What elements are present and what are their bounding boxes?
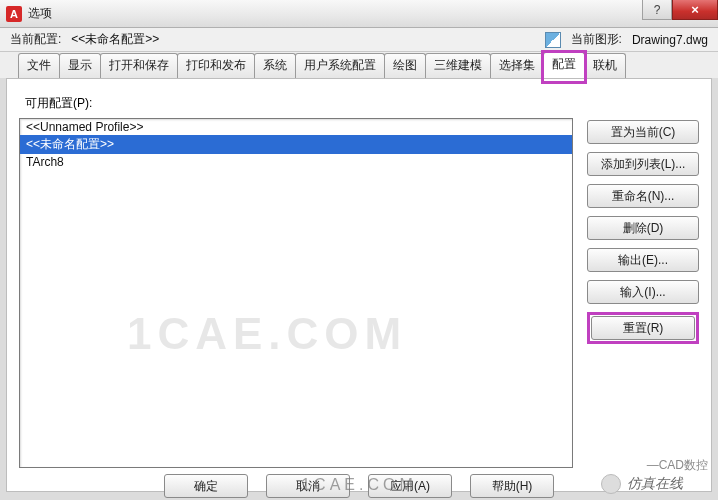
current-profile-value: <<未命名配置>> xyxy=(71,31,159,48)
tab-3dmodel[interactable]: 三维建模 xyxy=(425,53,491,78)
tab-system[interactable]: 系统 xyxy=(254,53,296,78)
current-profile-label: 当前配置: xyxy=(10,31,61,48)
tab-usersys[interactable]: 用户系统配置 xyxy=(295,53,385,78)
current-drawing-value: Drawing7.dwg xyxy=(632,33,708,47)
app-icon: A xyxy=(6,6,22,22)
set-current-button[interactable]: 置为当前(C) xyxy=(587,120,699,144)
window-controls: ? × xyxy=(642,0,718,20)
cancel-button[interactable]: 取消 xyxy=(266,474,350,498)
tab-online[interactable]: 联机 xyxy=(584,53,626,78)
brand-note-text: 仿真在线 xyxy=(627,475,683,493)
tab-profiles[interactable]: 配置 xyxy=(543,52,585,78)
delete-button[interactable]: 删除(D) xyxy=(587,216,699,240)
tab-plot[interactable]: 打印和发布 xyxy=(177,53,255,78)
rename-button[interactable]: 重命名(N)... xyxy=(587,184,699,208)
brand-note: 仿真在线 xyxy=(601,474,683,494)
tab-drafting[interactable]: 绘图 xyxy=(384,53,426,78)
reset-button-highlight: 重置(R) xyxy=(587,312,699,344)
list-item[interactable]: <<未命名配置>> xyxy=(20,135,572,154)
available-profiles-label: 可用配置(P): xyxy=(25,95,699,112)
reset-button[interactable]: 重置(R) xyxy=(591,316,695,340)
avatar-icon xyxy=(601,474,621,494)
list-item[interactable]: <<Unnamed Profile>> xyxy=(20,119,572,135)
tabstrip: 文件显示打开和保存打印和发布系统用户系统配置绘图三维建模选择集配置联机 xyxy=(0,52,718,78)
list-item[interactable]: TArch8 xyxy=(20,154,572,170)
current-drawing-label: 当前图形: xyxy=(571,31,622,48)
help-button[interactable]: ? xyxy=(642,0,672,20)
drawing-icon xyxy=(545,32,561,48)
export-button[interactable]: 输出(E)... xyxy=(587,248,699,272)
tab-content-profiles: 可用配置(P): <<Unnamed Profile>><<未命名配置>>TAr… xyxy=(6,78,712,492)
profile-listbox[interactable]: <<Unnamed Profile>><<未命名配置>>TArch8 xyxy=(19,118,573,468)
tab-selection[interactable]: 选择集 xyxy=(490,53,544,78)
close-button[interactable]: × xyxy=(672,0,718,20)
titlebar: A 选项 ? × xyxy=(0,0,718,28)
tab-display[interactable]: 显示 xyxy=(59,53,101,78)
profile-actions: 置为当前(C) 添加到列表(L)... 重命名(N)... 删除(D) 输出(E… xyxy=(587,118,699,468)
help-button-footer[interactable]: 帮助(H) xyxy=(470,474,554,498)
add-to-list-button[interactable]: 添加到列表(L)... xyxy=(587,152,699,176)
tab-file[interactable]: 文件 xyxy=(18,53,60,78)
tab-opensave[interactable]: 打开和保存 xyxy=(100,53,178,78)
window-title: 选项 xyxy=(28,5,52,22)
ok-button[interactable]: 确定 xyxy=(164,474,248,498)
apply-button[interactable]: 应用(A) xyxy=(368,474,452,498)
info-row: 当前配置: <<未命名配置>> 当前图形: Drawing7.dwg xyxy=(0,28,718,52)
small-note: —CAD数控 xyxy=(647,457,708,474)
import-button[interactable]: 输入(I)... xyxy=(587,280,699,304)
